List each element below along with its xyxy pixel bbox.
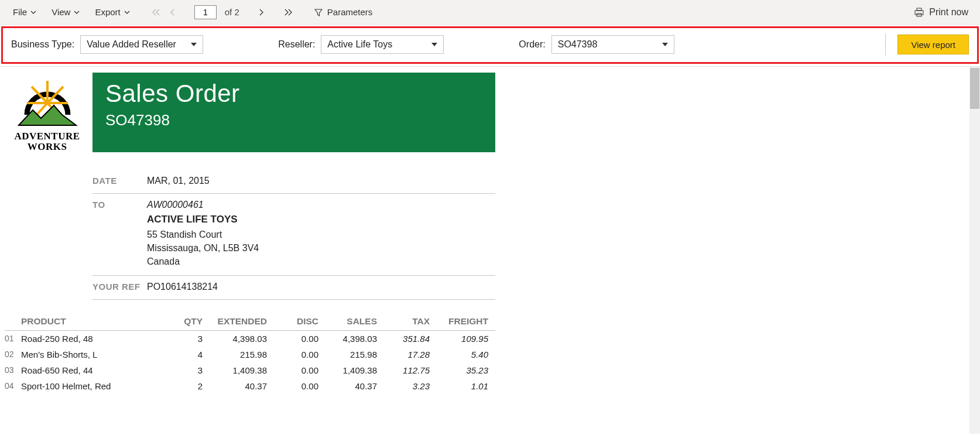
row-tax: 351.84 [382,334,434,344]
info-date-value: MAR, 01, 2015 [147,176,210,186]
first-page-button [151,9,162,16]
row-qty: 3 [167,334,207,344]
row-index: 02 [5,350,21,359]
chevron-down-icon [74,9,80,15]
info-to-name: ACTIVE LIFE TOYS [147,214,259,225]
info-date-row: DATE MAR, 01, 2015 [92,170,495,194]
info-to-city: Mississauga, ON, L5B 3V4 [147,241,259,255]
col-sales: SALES [323,316,382,327]
page-total-label: of 2 [222,7,239,17]
row-freight: 1.01 [434,381,493,391]
col-product: PRODUCT [21,316,167,327]
svg-rect-0 [917,8,921,11]
logo-line2: WORKS [28,141,67,152]
row-tax: 3.23 [382,381,434,391]
chevron-down-icon [124,9,130,15]
row-extended: 4,398.03 [207,334,272,344]
row-index: 01 [5,334,21,344]
logo-line1: ADVENTURE [14,131,80,142]
row-product: Road-650 Red, 44 [21,365,167,375]
row-sales: 40.37 [323,381,382,391]
divider [885,33,886,56]
table-row: 01Road-250 Red, 4834,398.030.004,398.033… [5,331,495,347]
table-row: 03Road-650 Red, 4431,409.380.001,409.381… [5,362,495,378]
row-product: Men's Bib-Shorts, L [21,350,167,359]
row-tax: 112.75 [382,365,434,375]
report-viewport: ADVENTUREWORKS Sales Order SO47398 DATE … [0,66,980,434]
info-ref-row: YOUR REF PO10614138214 [92,276,495,300]
row-disc: 0.00 [272,350,323,359]
file-menu-label: File [13,7,27,17]
row-index: 04 [5,381,21,391]
scrollbar-thumb[interactable] [970,68,979,109]
print-now-label: Print now [929,7,968,18]
export-menu-label: Export [95,7,120,17]
parameters-button[interactable]: Parameters [310,5,378,19]
caret-down-icon [191,43,197,46]
row-sales: 4,398.03 [323,334,382,344]
info-date-label: DATE [92,176,147,186]
filter-icon [314,8,323,16]
param-business-type: Business Type: Value Added Reseller [11,35,203,54]
row-extended: 1,409.38 [207,365,272,375]
param-reseller: Reseller: Active Life Toys [278,35,444,54]
prev-page-button [167,9,178,16]
logo: ADVENTUREWORKS [2,73,92,152]
business-type-value: Value Added Reseller [87,39,176,50]
report-title: Sales Order [105,80,482,108]
row-disc: 0.00 [272,365,323,375]
info-to-street: 55 Standish Court [147,228,259,241]
vertical-scrollbar[interactable] [969,67,980,434]
row-qty: 3 [167,365,207,375]
order-value: SO47398 [558,39,598,50]
order-dropdown[interactable]: SO47398 [551,35,674,54]
caret-down-icon [662,43,668,46]
info-ref-label: YOUR REF [92,282,147,292]
chevron-down-icon [30,9,36,15]
row-extended: 215.98 [207,350,272,359]
business-type-label: Business Type: [11,39,74,50]
print-now-button[interactable]: Print now [914,7,972,18]
export-menu[interactable]: Export [90,5,134,19]
last-page-button[interactable] [283,9,293,16]
parameters-panel: Business Type: Value Added Reseller Rese… [1,26,979,64]
next-page-button[interactable] [256,9,266,16]
reseller-dropdown[interactable]: Active Life Toys [321,35,444,54]
row-product: Sport-100 Helmet, Red [21,381,167,391]
view-menu-label: View [52,7,70,17]
info-to-row: TO AW00000461 ACTIVE LIFE TOYS 55 Standi… [92,194,495,276]
col-freight: FREIGHT [434,316,493,327]
page-number-input[interactable] [194,5,217,19]
print-icon [914,7,924,18]
file-menu[interactable]: File [8,5,41,19]
row-qty: 4 [167,350,207,359]
row-product: Road-250 Red, 48 [21,334,167,344]
adventure-works-logo-icon [15,74,80,131]
reseller-label: Reseller: [278,39,315,50]
col-disc: DISC [272,316,323,327]
svg-rect-1 [915,11,923,15]
table-row: 04Sport-100 Helmet, Red240.370.0040.373.… [5,378,495,394]
info-to-country: Canada [147,255,259,268]
report-toolbar: File View Export of 2 Parameters Print n… [0,0,980,25]
col-extended: EXTENDED [207,316,272,327]
row-disc: 0.00 [272,381,323,391]
row-index: 03 [5,365,21,375]
row-freight: 109.95 [434,334,493,344]
info-ref-value: PO10614138214 [147,282,218,292]
row-sales: 1,409.38 [323,365,382,375]
row-qty: 2 [167,381,207,391]
parameters-label: Parameters [327,7,373,17]
report-order-number: SO47398 [105,111,482,129]
line-items-table: PRODUCT QTY EXTENDED DISC SALES TAX FREI… [5,316,495,394]
reseller-value: Active Life Toys [327,39,392,50]
param-order: Order: SO47398 [519,35,674,54]
info-to-code: AW00000461 [147,200,259,210]
business-type-dropdown[interactable]: Value Added Reseller [80,35,203,54]
row-disc: 0.00 [272,334,323,344]
row-extended: 40.37 [207,381,272,391]
col-tax: TAX [382,316,434,327]
view-menu[interactable]: View [47,5,84,19]
view-report-button[interactable]: View report [897,35,969,54]
info-to-label: TO [92,200,147,269]
